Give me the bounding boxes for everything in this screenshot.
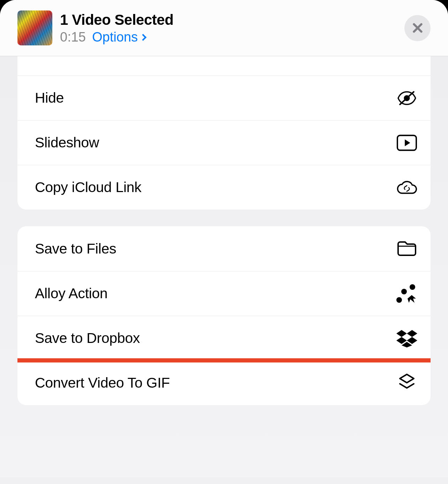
svg-point-8	[401, 289, 407, 294]
close-button[interactable]	[404, 15, 431, 41]
selection-title: 1 Video Selected	[60, 12, 397, 28]
duplicate-row[interactable]: Duplicate	[17, 56, 431, 75]
cloud-link-icon	[396, 177, 417, 198]
video-duration: 0:15	[60, 30, 86, 45]
copy-icloud-link-label: Copy iCloud Link	[35, 179, 396, 196]
save-to-files-row[interactable]: Save to Files	[17, 226, 431, 271]
convert-video-to-gif-row[interactable]: Convert Video To GIF	[17, 360, 431, 405]
share-sheet: 1 Video Selected 0:15 Options Duplicate	[0, 0, 448, 484]
chevron-right-icon	[140, 34, 147, 41]
alloy-action-row[interactable]: Alloy Action	[17, 271, 431, 316]
dropbox-icon	[396, 328, 417, 349]
copy-icloud-link-row[interactable]: Copy iCloud Link	[17, 165, 431, 210]
options-label: Options	[92, 30, 138, 45]
hide-icon	[396, 88, 417, 109]
convert-video-to-gif-label: Convert Video To GIF	[35, 375, 396, 391]
hide-row[interactable]: Hide	[17, 75, 431, 120]
slideshow-label: Slideshow	[35, 134, 396, 151]
svg-point-9	[396, 297, 402, 303]
close-icon	[412, 22, 423, 34]
duplicate-icon	[396, 56, 417, 57]
shortcuts-icon	[396, 373, 417, 394]
alloy-action-label: Alloy Action	[35, 285, 396, 302]
sheet-header: 1 Video Selected 0:15 Options	[0, 0, 448, 56]
folder-icon	[396, 238, 417, 259]
action-group-1: Duplicate Hide	[17, 56, 431, 210]
svg-point-7	[410, 284, 415, 290]
video-thumbnail[interactable]	[17, 10, 52, 45]
save-to-dropbox-row[interactable]: Save to Dropbox	[17, 316, 431, 360]
options-link[interactable]: Options	[92, 30, 145, 45]
actions-list: Duplicate Hide	[0, 56, 448, 477]
hide-label: Hide	[35, 90, 396, 106]
alloy-icon	[396, 283, 417, 304]
save-to-files-label: Save to Files	[35, 241, 396, 257]
action-group-2: Save to Files Alloy Action	[17, 226, 431, 405]
slideshow-row[interactable]: Slideshow	[17, 120, 431, 165]
subtitle-row: 0:15 Options	[60, 30, 397, 45]
play-rect-icon	[396, 132, 417, 153]
save-to-dropbox-label: Save to Dropbox	[35, 330, 396, 346]
header-text: 1 Video Selected 0:15 Options	[60, 12, 397, 45]
